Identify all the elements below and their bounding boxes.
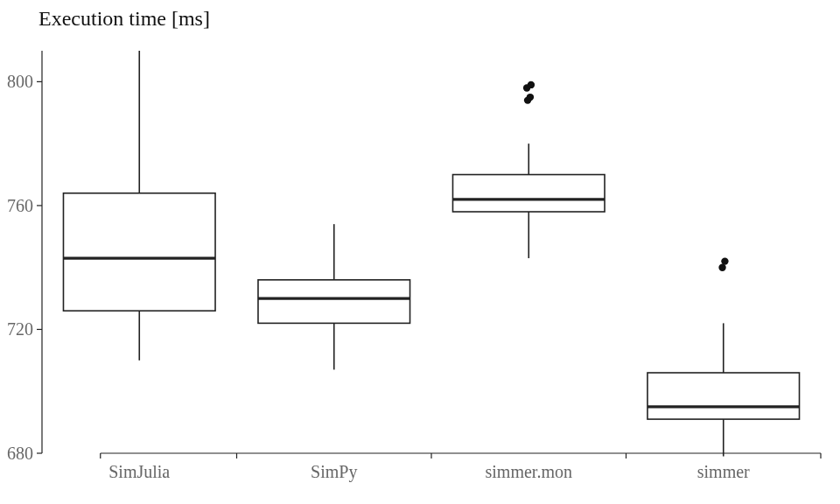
- box-simmer: [648, 373, 800, 419]
- x-tick-label: simmer.mon: [486, 462, 572, 481]
- outlier: [527, 94, 534, 101]
- box-SimJulia: [63, 193, 215, 311]
- x-tick-label: SimJulia: [108, 462, 170, 481]
- outlier: [528, 81, 535, 88]
- y-tick-label: 760: [7, 196, 33, 215]
- plot-area: 680720760800SimJuliaSimPysimmer.monsimme…: [0, 0, 840, 504]
- chart-title: Execution time [ms]: [38, 7, 210, 31]
- box-SimPy: [258, 280, 410, 324]
- outlier: [721, 257, 728, 264]
- x-tick-label: SimPy: [311, 462, 357, 482]
- box-simmer.mon: [452, 175, 605, 212]
- y-tick-label: 720: [7, 319, 33, 339]
- x-tick-label: simmer: [697, 462, 750, 481]
- y-tick-label: 800: [7, 72, 33, 91]
- boxplot-chart: Execution time [ms] 680720760800SimJulia…: [0, 0, 840, 504]
- y-tick-label: 680: [7, 444, 33, 463]
